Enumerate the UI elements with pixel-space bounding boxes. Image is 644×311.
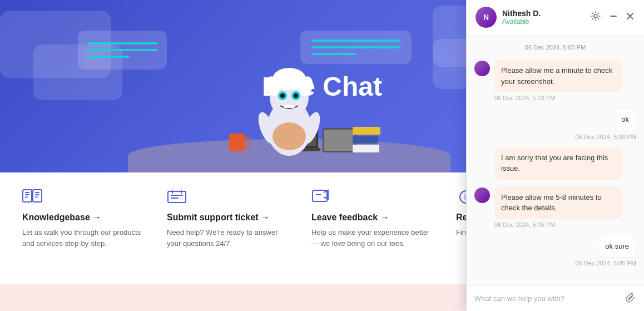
svg-point-6 <box>294 93 298 98</box>
user-bubble-1: ok <box>614 108 636 131</box>
feature-feedback-desc: Help us make your experience better — we… <box>311 227 434 249</box>
svg-point-5 <box>280 93 285 98</box>
agent-bubble-2: I am sorry that you are facing this issu… <box>494 147 622 180</box>
msg-time-3: 06 Dec 2024, 5:05 PM <box>474 221 555 228</box>
svg-rect-25 <box>316 194 321 195</box>
svg-rect-20 <box>35 196 38 198</box>
feature-support-title: Submit support ticket → <box>167 213 289 223</box>
book-icon <box>22 189 44 206</box>
svg-rect-13 <box>23 190 32 202</box>
yeti-character <box>256 56 323 156</box>
minimize-button[interactable] <box>608 11 618 23</box>
message-agent-3: Please allow me 5-8 minutes to check the… <box>474 186 636 228</box>
attach-button[interactable] <box>625 292 636 305</box>
svg-rect-23 <box>171 198 179 199</box>
timestamp-1: 06 Dec 2024, 5:00 PM <box>474 44 636 51</box>
feature-knowledgebase[interactable]: Knowledgebase → Let us walk you through … <box>22 189 145 249</box>
agent-bubble-1: Please allow me a minute to check your s… <box>494 60 622 92</box>
feedback-icon <box>311 189 334 206</box>
settings-button[interactable] <box>589 10 602 24</box>
msg-time-1: 06 Dec 2024, 5:03 PM <box>474 95 555 101</box>
book-middle <box>353 136 378 144</box>
svg-rect-18 <box>35 192 39 193</box>
svg-rect-21 <box>168 191 186 203</box>
feature-support-desc: Need help? We're ready to answer your qu… <box>167 227 289 249</box>
coffee-mug <box>229 134 245 151</box>
user-bubble-2: ok sure <box>598 235 636 258</box>
message-agent-1: Please allow me a minute to check your s… <box>474 60 636 101</box>
feature-knowledgebase-desc: Let us walk you through our products and… <box>22 227 145 249</box>
ticket-icon <box>167 189 189 206</box>
chat-input-area <box>467 285 644 311</box>
chat-input[interactable] <box>474 294 621 303</box>
message-user-1: ok 06 Dec 2024, 5:03 PM <box>474 108 636 140</box>
agent-msg-avatar-2 <box>474 187 490 203</box>
msg-time-4: 06 Dec 2024, 5:05 PM <box>576 260 636 266</box>
feature-feedback-title: Leave feedback → <box>311 213 434 223</box>
chat-panel: N Nithesh D. Available <box>466 0 644 311</box>
svg-rect-7 <box>284 105 295 108</box>
svg-point-31 <box>594 14 597 18</box>
agent-status: Available <box>502 18 584 26</box>
chat-header: N Nithesh D. Available <box>467 0 644 35</box>
book-bottom <box>353 145 379 152</box>
message-user-2: ok sure 06 Dec 2024, 5:05 PM <box>474 235 636 267</box>
agent-msg-avatar <box>474 61 490 76</box>
svg-rect-16 <box>25 196 28 198</box>
agent-bubble-3: Please allow me 5-8 minutes to check the… <box>494 186 622 219</box>
agent-initials: N <box>483 13 489 22</box>
chat-header-actions <box>589 10 635 24</box>
feature-knowledgebase-title: Knowledgebase → <box>22 213 145 223</box>
message-agent-2: I am sorry that you are facing this issu… <box>474 147 636 180</box>
svg-rect-17 <box>33 190 42 202</box>
svg-rect-19 <box>35 194 39 195</box>
msg-time-2: 06 Dec 2024, 5:03 PM <box>576 134 636 140</box>
svg-rect-15 <box>25 194 29 195</box>
svg-rect-22 <box>171 195 183 196</box>
feature-support-ticket[interactable]: Submit support ticket → Need help? We're… <box>167 189 289 249</box>
yeti-area <box>122 33 456 172</box>
book-top <box>353 127 380 135</box>
agent-name: Nithesh D. <box>502 9 584 18</box>
chat-messages[interactable]: 06 Dec 2024, 5:00 PM Please allow me a m… <box>467 35 644 285</box>
close-button[interactable] <box>625 11 635 23</box>
books-stack <box>353 127 380 152</box>
tablet <box>323 128 356 152</box>
agent-avatar: N <box>475 7 497 28</box>
agent-info: Nithesh D. Available <box>502 9 584 26</box>
svg-rect-14 <box>25 192 29 193</box>
svg-point-12 <box>273 122 306 150</box>
feature-feedback[interactable]: Leave feedback → Help us make your exper… <box>311 189 434 249</box>
